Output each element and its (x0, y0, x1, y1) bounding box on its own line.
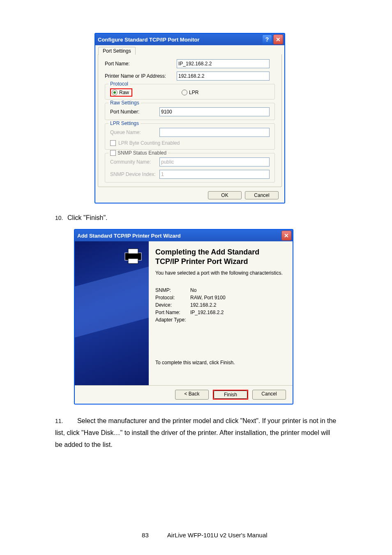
wizard-title: Add Standard TCP/IP Printer Port Wizard (77, 233, 281, 239)
page-footer: 83 AirLive WFP-101U v2 User's Manual (0, 532, 392, 539)
wizard-close-button[interactable]: ✕ (281, 231, 291, 240)
back-button[interactable]: < Back (175, 390, 209, 400)
raw-settings-legend: Raw Settings (108, 100, 141, 106)
ok-button[interactable]: OK (208, 191, 242, 199)
dialog-title: Configure Standard TCP/IP Port Monitor (98, 37, 262, 43)
community-input (159, 157, 270, 166)
wizard-heading-1: Completing the Add Standard (155, 248, 286, 257)
port-name-input[interactable] (177, 59, 270, 68)
info-device-label: Device: (155, 302, 190, 308)
snmp-index-input (159, 170, 270, 179)
raw-radio[interactable] (112, 90, 118, 95)
community-label: Community Name: (110, 159, 159, 165)
protocol-group: Protocol Raw LPR (105, 84, 275, 99)
info-protocol-value: RAW, Port 9100 (190, 295, 226, 301)
snmp-group: SNMP Status Enabled Community Name: SNMP… (105, 153, 275, 183)
wizard-sidebar-graphic (75, 241, 149, 385)
info-portname-label: Port Name: (155, 310, 190, 315)
page-number: 83 (125, 532, 166, 539)
svg-rect-1 (128, 249, 138, 254)
close-button[interactable]: ✕ (273, 35, 283, 44)
step-11: 11. Select the manufacturer and the prin… (55, 415, 339, 451)
wizard-heading-2: TCP/IP Printer Port Wizard (155, 257, 286, 266)
lpr-byte-label: LPR Byte Counting Enabled (118, 140, 180, 146)
info-device-value: 192.168.2.2 (190, 302, 216, 308)
step-10: 10. Click "Finish". (55, 214, 339, 222)
configure-port-dialog: Configure Standard TCP/IP Port Monitor ?… (95, 33, 285, 204)
lpr-settings-group: LPR Settings Queue Name: LPR Byte Counti… (105, 123, 275, 150)
wizard-cancel-button[interactable]: Cancel (252, 390, 286, 400)
info-snmp-label: SNMP: (155, 287, 190, 293)
cancel-button[interactable]: Cancel (245, 191, 279, 199)
finish-button[interactable]: Finish (214, 391, 247, 399)
lpr-settings-legend: LPR Settings (108, 120, 141, 126)
tab-port-settings[interactable]: Port Settings (98, 47, 136, 55)
raw-settings-group: Raw Settings Port Number: (105, 103, 275, 120)
lpr-byte-checkbox (110, 140, 116, 146)
raw-radio-highlight: Raw (110, 88, 132, 97)
printer-address-input[interactable] (177, 72, 270, 81)
port-number-label: Port Number: (110, 109, 159, 115)
wizard-subtext: You have selected a port with the follow… (155, 270, 286, 276)
snmp-legend: SNMP Status Enabled (108, 150, 168, 156)
finish-highlight: Finish (213, 390, 248, 400)
protocol-legend: Protocol (108, 81, 130, 87)
lpr-radio[interactable] (182, 90, 187, 95)
snmp-checkbox[interactable] (110, 150, 116, 156)
wizard-complete-text: To complete this wizard, click Finish. (155, 360, 286, 365)
wizard-titlebar: Add Standard TCP/IP Printer Port Wizard … (75, 230, 293, 241)
titlebar: Configure Standard TCP/IP Port Monitor ?… (95, 34, 284, 45)
info-snmp-value: No (190, 287, 196, 293)
svg-rect-2 (128, 259, 138, 264)
manual-title: AirLive WFP-101U v2 User's Manual (167, 532, 267, 539)
queue-name-input (159, 128, 270, 137)
lpr-label: LPR (189, 90, 198, 95)
printer-address-label: Printer Name or IP Address: (105, 73, 177, 79)
info-protocol-label: Protocol: (155, 295, 190, 301)
snmp-index-label: SNMP Device Index: (110, 171, 159, 177)
queue-name-label: Queue Name: (110, 130, 159, 135)
raw-label: Raw (119, 90, 129, 95)
wizard-dialog: Add Standard TCP/IP Printer Port Wizard … (74, 229, 293, 405)
info-portname-value: IP_192.168.2.2 (190, 310, 224, 315)
help-button[interactable]: ? (262, 35, 272, 44)
info-adapter-label: Adapter Type: (155, 317, 190, 323)
port-name-label: Port Name: (105, 61, 177, 67)
port-number-input[interactable] (159, 107, 270, 116)
printer-icon (123, 247, 143, 264)
